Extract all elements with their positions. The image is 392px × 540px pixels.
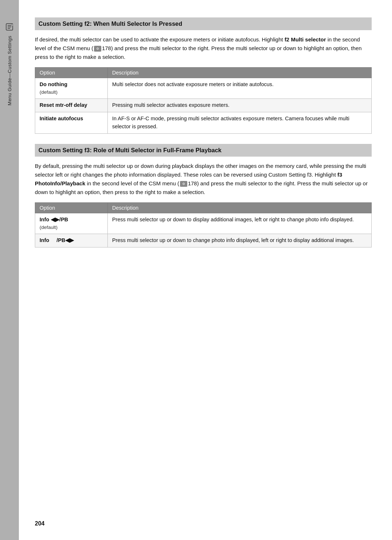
section-f3-header-rest: Role of Multi Selector in Full-Frame Pla… — [92, 147, 222, 153]
section-f2-body-p1: If desired, the multi selector can be us… — [35, 36, 285, 43]
section-f2-header-rest: When Multi Selector Is Pressed — [92, 20, 182, 27]
f2-table-col2-header: Description — [108, 68, 372, 78]
f2-table-col1-header: Option — [35, 68, 108, 78]
f2-row3-desc: In AF-S or AF-C mode, pressing multi sel… — [108, 112, 372, 134]
table-row: Info ◀▶/PB (default) Press multi selecto… — [35, 213, 372, 234]
f3-row1-option: Info ◀▶/PB (default) — [35, 213, 108, 234]
f2-row1-desc: Multi selector does not activate exposur… — [108, 78, 372, 99]
csm-icon-f2: ⚙ — [94, 46, 101, 52]
sidebar-label: Menu Guide—Custom Settings — [7, 36, 12, 105]
svg-point-4 — [11, 24, 13, 26]
section-f3-body-p1: By default, pressing the multi selector … — [35, 163, 366, 178]
section-f2-body-pageref: 178 — [102, 45, 111, 51]
section-f3-body-pageref: 178 — [188, 180, 197, 186]
main-content: Custom Setting f2: When Multi Selector I… — [19, 0, 392, 540]
table-row: Initiate autofocus In AF-S or AF-C mode,… — [35, 112, 372, 134]
f3-table-col1-header: Option — [35, 203, 108, 213]
section-f2-table: Option Description Do nothing (default) … — [35, 67, 372, 133]
page-number: 204 — [35, 520, 45, 527]
f3-row2-desc: Press multi selector up or down to chang… — [108, 234, 372, 247]
section-f3-body: By default, pressing the multi selector … — [35, 162, 372, 197]
section-f2-body: If desired, the multi selector can be us… — [35, 35, 372, 61]
f2-row1-sub: (default) — [40, 89, 103, 96]
section-f2-body-bold: f2 Multi selector — [285, 36, 326, 43]
csm-icon-f3: ⚙ — [180, 181, 187, 187]
table-row: Reset mtr-off delay Pressing multi selec… — [35, 99, 372, 112]
f2-row3-option: Initiate autofocus — [35, 112, 108, 134]
f3-row1-desc: Press multi selector up or down to displ… — [108, 213, 372, 234]
table-row: Info /PB◀▶ Press multi selector up or do… — [35, 234, 372, 247]
page-wrapper: Menu Guide—Custom Settings Custom Settin… — [0, 0, 392, 540]
section-f3-header-bold: Custom Setting f3: — [38, 147, 92, 153]
section-f2-header: Custom Setting f2: When Multi Selector I… — [35, 17, 372, 30]
sidebar: Menu Guide—Custom Settings — [0, 0, 19, 540]
section-f3-header: Custom Setting f3: Role of Multi Selecto… — [35, 144, 372, 157]
f2-row1-option: Do nothing (default) — [35, 78, 108, 99]
menu-guide-icon — [4, 22, 15, 32]
f3-row2-option: Info /PB◀▶ — [35, 234, 108, 247]
f3-row1-sub: (default) — [40, 224, 103, 231]
section-f3-table: Option Description Info ◀▶/PB (default) … — [35, 202, 372, 247]
table-row: Do nothing (default) Multi selector does… — [35, 78, 372, 99]
section-f3-body-p2: in the second level of the CSM menu ( — [85, 180, 179, 186]
f3-table-col2-header: Description — [108, 203, 372, 213]
f2-row2-desc: Pressing multi selector activates exposu… — [108, 99, 372, 112]
f2-row2-option: Reset mtr-off delay — [35, 99, 108, 112]
section-f2-header-bold: Custom Setting f2: — [38, 20, 92, 27]
